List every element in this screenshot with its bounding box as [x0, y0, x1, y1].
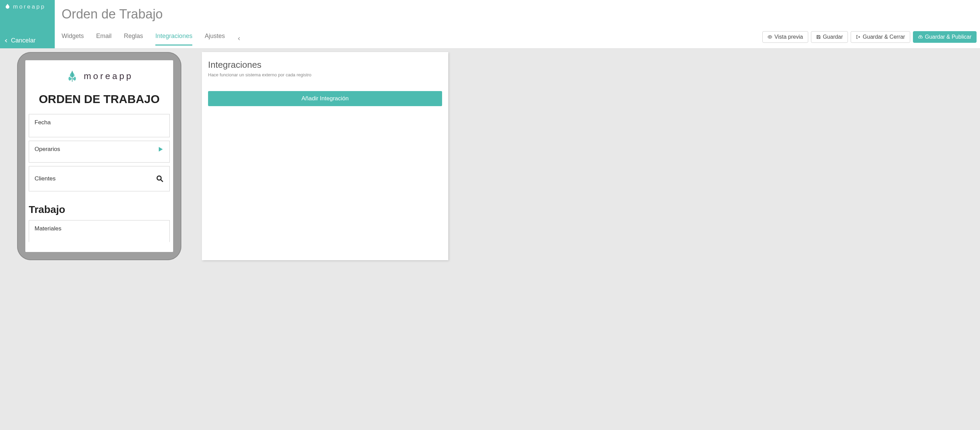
- brand: moreapp: [4, 3, 51, 10]
- cancel-button[interactable]: Cancelar: [4, 37, 51, 44]
- field-date-label: Fecha: [35, 119, 51, 126]
- tab-integrations[interactable]: Integraciones: [155, 32, 192, 46]
- brand-cancel-panel: moreapp Cancelar: [0, 0, 55, 48]
- phone-brand-text: moreapp: [84, 71, 134, 81]
- top-right: Orden de Trabajo Widgets Email Reglas In…: [55, 0, 980, 48]
- save-icon: [816, 35, 821, 39]
- tabs: Widgets Email Reglas Integraciones Ajust…: [62, 29, 241, 46]
- panel-title: Integraciones: [208, 60, 442, 70]
- field-materials[interactable]: Materiales: [29, 220, 170, 242]
- form-fields: Fecha Operarios Clientes: [25, 114, 173, 191]
- field-operators[interactable]: Operarios: [29, 141, 170, 162]
- save-close-button[interactable]: Guardar & Cerrar: [851, 31, 910, 43]
- phone-preview-frame: moreapp ORDEN DE TRABAJO Fecha Operarios: [17, 52, 181, 260]
- cancel-label: Cancelar: [11, 37, 36, 44]
- actions: Vista previa Guardar Guardar & Cerrar Gu…: [762, 31, 977, 46]
- brand-text: moreapp: [13, 3, 46, 10]
- svg-point-3: [157, 176, 161, 180]
- integrations-panel: Integraciones Hace funcionar un sistema …: [202, 52, 448, 260]
- save-label: Guardar: [823, 34, 843, 40]
- save-publish-button[interactable]: Guardar & Publicar: [913, 31, 977, 43]
- field-operators-label: Operarios: [35, 146, 60, 153]
- content: moreapp ORDEN DE TRABAJO Fecha Operarios: [0, 49, 980, 260]
- brand-leaf-icon: [4, 3, 11, 10]
- page-title: Orden de Trabajo: [62, 0, 977, 29]
- save-close-label: Guardar & Cerrar: [862, 34, 905, 40]
- chevron-left-icon[interactable]: [237, 37, 241, 46]
- tabs-actions-row: Widgets Email Reglas Integraciones Ajust…: [62, 29, 977, 46]
- svg-point-0: [770, 36, 771, 38]
- field-clients-label: Clientes: [35, 175, 56, 182]
- section-work-title: Trabajo: [25, 195, 173, 220]
- topbar: moreapp Cancelar Orden de Trabajo Widget…: [0, 0, 980, 49]
- svg-line-4: [161, 180, 163, 182]
- tab-widgets[interactable]: Widgets: [62, 32, 84, 46]
- form-title: ORDEN DE TRABAJO: [25, 92, 173, 114]
- play-icon: [157, 146, 164, 153]
- form-fields-2: Materiales: [25, 220, 173, 242]
- arrow-left-icon: [4, 38, 9, 43]
- field-clients[interactable]: Clientes: [29, 166, 170, 191]
- eye-icon: [767, 35, 772, 39]
- svg-marker-2: [159, 147, 163, 151]
- save-button[interactable]: Guardar: [811, 31, 848, 43]
- tab-settings[interactable]: Ajustes: [205, 32, 225, 46]
- signout-icon: [856, 35, 861, 39]
- brand-leaf-icon: [65, 69, 79, 83]
- tab-rules[interactable]: Reglas: [124, 32, 143, 46]
- tab-email[interactable]: Email: [96, 32, 111, 46]
- preview-button[interactable]: Vista previa: [762, 31, 808, 43]
- field-date[interactable]: Fecha: [29, 114, 170, 137]
- panel-subtitle: Hace funcionar un sistema externo por ca…: [208, 72, 442, 77]
- save-publish-label: Guardar & Publicar: [925, 34, 972, 40]
- phone-brand: moreapp: [25, 66, 173, 92]
- field-materials-label: Materiales: [35, 225, 61, 232]
- cloud-upload-icon: [918, 35, 923, 39]
- search-icon: [156, 175, 164, 183]
- phone-screen: moreapp ORDEN DE TRABAJO Fecha Operarios: [25, 60, 173, 252]
- add-integration-button[interactable]: Añadir Integración: [208, 91, 442, 106]
- preview-label: Vista previa: [774, 34, 803, 40]
